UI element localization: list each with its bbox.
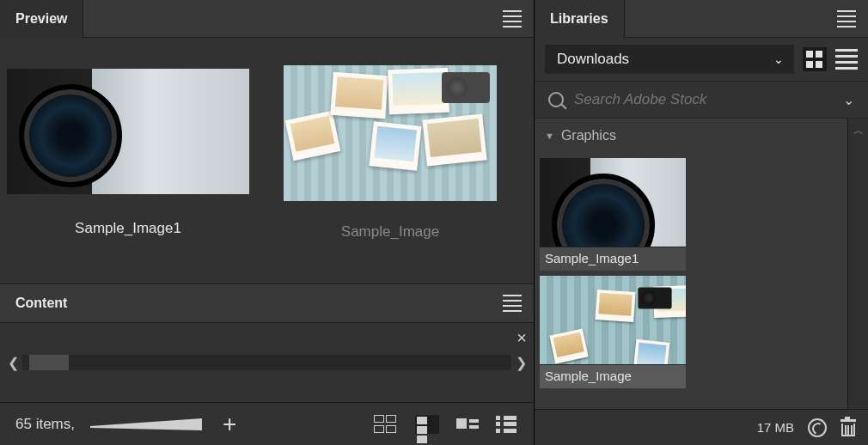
small-grid-view-icon[interactable] xyxy=(415,415,439,434)
creative-cloud-icon[interactable] xyxy=(808,418,827,437)
vertical-scrollbar[interactable]: ︿ xyxy=(847,119,868,409)
preview-caption-2: Sample_Image xyxy=(341,223,439,241)
content-footer: 65 items, + xyxy=(0,402,534,445)
chevron-down-icon: ⌄ xyxy=(773,52,784,66)
libraries-tab[interactable]: Libraries xyxy=(535,0,625,38)
collapse-triangle-icon: ▼ xyxy=(545,131,554,141)
preview-panel-menu-icon[interactable] xyxy=(503,0,523,38)
preview-thumb-2[interactable]: Sample_Image xyxy=(284,69,497,241)
svg-marker-0 xyxy=(90,418,202,430)
preview-caption-1: Sample_Image1 xyxy=(75,220,181,237)
scroll-right-icon[interactable]: ❯ xyxy=(511,355,530,371)
list-view-icon[interactable] xyxy=(456,416,479,433)
thumbnail-size-slider[interactable] xyxy=(90,418,202,430)
preview-thumb-1[interactable]: Sample_Image1 xyxy=(7,69,249,241)
library-select-dropdown[interactable]: Downloads ⌄ xyxy=(545,45,794,74)
library-item-2[interactable]: Sample_Image xyxy=(540,276,686,388)
section-label: Graphics xyxy=(561,128,616,143)
preview-tab-bar: Preview xyxy=(0,0,534,38)
scroll-left-icon[interactable]: ❮ xyxy=(3,355,22,371)
libraries-tab-bar: Libraries xyxy=(535,0,868,38)
content-tab[interactable]: Content xyxy=(0,296,83,311)
graphics-section-header[interactable]: ▼ Graphics xyxy=(535,119,847,153)
preview-panel-body: Sample_Image1 xyxy=(0,38,534,283)
library-items-list: Sample_Image1 xyxy=(535,153,847,409)
library-item-label: Sample_Image xyxy=(540,365,686,388)
large-grid-view-icon[interactable] xyxy=(374,415,398,434)
content-tab-bar: Content xyxy=(0,283,534,323)
close-icon[interactable]: × xyxy=(517,328,527,348)
library-list-view-icon[interactable] xyxy=(835,49,858,70)
details-view-icon[interactable] xyxy=(496,416,518,433)
item-count-label: 65 items, xyxy=(15,416,75,433)
library-select-value: Downloads xyxy=(557,51,629,68)
libraries-panel-menu-icon[interactable] xyxy=(837,0,858,38)
library-item-1[interactable]: Sample_Image1 xyxy=(540,158,686,271)
preview-tab[interactable]: Preview xyxy=(0,0,83,38)
add-button[interactable]: + xyxy=(223,411,236,438)
content-horizontal-scrollbar[interactable]: ❮ ❯ xyxy=(3,354,530,371)
content-panel-body: × ❮ ❯ xyxy=(0,323,534,402)
stock-search-row: ⌄ xyxy=(535,81,868,119)
libraries-toolbar: Downloads ⌄ xyxy=(535,38,868,81)
trash-icon[interactable] xyxy=(840,419,856,436)
stock-search-input[interactable] xyxy=(574,91,843,108)
libraries-footer: 17 MB xyxy=(535,409,868,445)
content-panel-menu-icon[interactable] xyxy=(503,284,523,322)
search-expand-icon[interactable]: ⌄ xyxy=(843,92,854,108)
search-icon xyxy=(548,92,564,107)
library-grid-view-icon[interactable] xyxy=(803,47,827,71)
storage-size-label: 17 MB xyxy=(757,420,794,435)
library-item-label: Sample_Image1 xyxy=(540,247,686,271)
